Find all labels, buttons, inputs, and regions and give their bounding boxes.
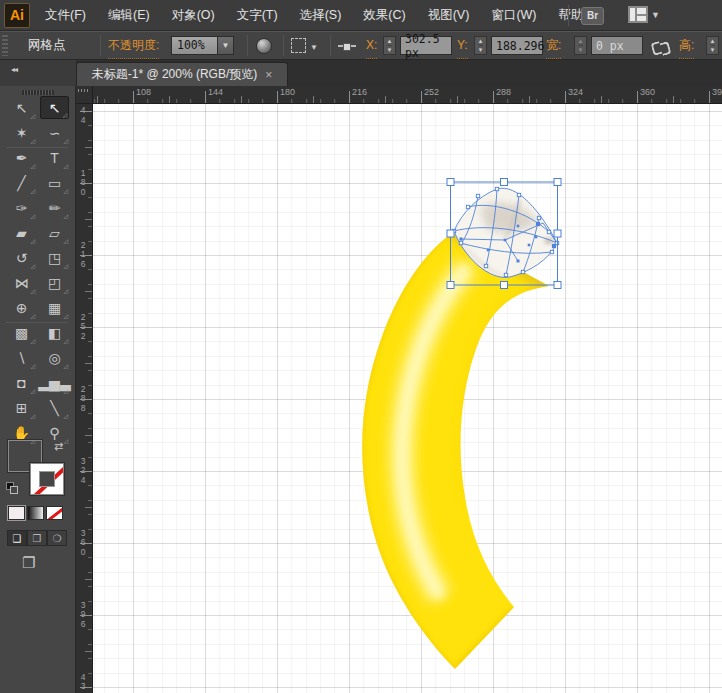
rotate-tool[interactable]: ↺◿ bbox=[7, 246, 36, 269]
tool-flyout-indicator: ◿ bbox=[63, 337, 68, 344]
magic-wand-tool[interactable]: ✶◿ bbox=[7, 121, 36, 144]
ruler-label: 216 bbox=[352, 87, 367, 97]
blend-tool[interactable]: ◎◿ bbox=[40, 346, 69, 369]
draw-normal-mode[interactable]: ❑ bbox=[7, 530, 27, 546]
menu-item-4[interactable]: 选择(S) bbox=[289, 0, 353, 30]
close-icon[interactable]: × bbox=[265, 70, 272, 80]
symbol-sprayer-tool[interactable]: ◘◿ bbox=[7, 371, 36, 394]
panel-grip[interactable] bbox=[2, 35, 8, 56]
x-field[interactable]: 302.5 px bbox=[400, 36, 452, 55]
draw-inside-mode[interactable]: ❍ bbox=[47, 530, 67, 546]
isolate-selection-icon[interactable] bbox=[291, 38, 306, 53]
bridge-button[interactable]: Br bbox=[581, 7, 604, 25]
type-tool[interactable]: T◿ bbox=[40, 146, 69, 169]
ruler-label: 144 bbox=[208, 87, 223, 97]
menu-item-0[interactable]: 文件(F) bbox=[34, 0, 97, 30]
ruler-corner[interactable] bbox=[76, 86, 93, 104]
tool-flyout-indicator: ◿ bbox=[63, 387, 68, 394]
document-title: 未标题-1* @ 200% (RGB/预览) bbox=[92, 66, 258, 83]
blob-brush-tool[interactable]: ▰◿ bbox=[7, 221, 36, 244]
eyedropper-tool[interactable]: ∖◿ bbox=[7, 346, 36, 369]
eraser-tool[interactable]: ▱◿ bbox=[40, 221, 69, 244]
paintbrush-tool[interactable]: ✑◿ bbox=[7, 196, 36, 219]
x-label[interactable]: X: bbox=[366, 32, 377, 59]
horizontal-ruler[interactable]: 108144180216252288324360396 bbox=[93, 86, 722, 104]
separator bbox=[247, 35, 248, 56]
ruler-label: 108 bbox=[136, 87, 151, 97]
x-stepper[interactable]: ▲▼ bbox=[383, 36, 396, 55]
opacity-label[interactable]: 不透明度: bbox=[108, 32, 159, 59]
selection-tool[interactable]: ↖◿ bbox=[7, 96, 36, 119]
menu-item-2[interactable]: 对象(O) bbox=[161, 0, 226, 30]
menu-bar: Ai 文件(F)编辑(E)对象(O)文字(T)选择(S)效果(C)视图(V)窗口… bbox=[0, 0, 722, 31]
ruler-label: 396 bbox=[712, 87, 722, 97]
shape-builder-tool[interactable]: ⊕◿ bbox=[7, 296, 36, 319]
pencil-tool[interactable]: ✏◿ bbox=[40, 196, 69, 219]
free-transform-tool[interactable]: ◰◿ bbox=[40, 271, 69, 294]
canvas[interactable] bbox=[93, 104, 722, 693]
slice-tool[interactable]: ╲◿ bbox=[40, 396, 69, 419]
ruler-label: 360 bbox=[640, 87, 655, 97]
chevron-down-icon[interactable]: ▼ bbox=[217, 37, 233, 54]
width-tool[interactable]: ⋈◿ bbox=[7, 271, 36, 294]
draw-behind-mode[interactable]: ❒ bbox=[27, 530, 47, 546]
width-field[interactable]: 0 px bbox=[591, 36, 643, 55]
height-stepper[interactable]: ▲▼ bbox=[706, 36, 719, 55]
menu-item-5[interactable]: 效果(C) bbox=[352, 0, 416, 30]
gradient-button[interactable] bbox=[27, 506, 44, 520]
stroke-swatch[interactable] bbox=[30, 463, 64, 495]
vertical-ruler[interactable]: 1 4 41 8 02 1 62 5 22 8 83 2 43 6 03 9 6… bbox=[76, 104, 93, 693]
line-segment-tool[interactable]: ╱◿ bbox=[7, 171, 36, 194]
tool-flyout-indicator: ◿ bbox=[30, 137, 35, 144]
workspace-switcher[interactable]: ▼ bbox=[628, 6, 660, 23]
document-tab[interactable]: 未标题-1* @ 200% (RGB/预览) × bbox=[76, 62, 288, 86]
app-logo: Ai bbox=[4, 3, 30, 28]
perspective-grid-tool[interactable]: ▦◿ bbox=[40, 296, 69, 319]
ruler-label: 252 bbox=[424, 87, 439, 97]
width-label[interactable]: 宽: bbox=[546, 32, 561, 59]
column-graph-tool[interactable]: ▂▅▃◿ bbox=[40, 371, 69, 394]
reference-point-icon[interactable] bbox=[338, 45, 356, 47]
scale-tool[interactable]: ◳◿ bbox=[40, 246, 69, 269]
y-stepper[interactable]: ▲▼ bbox=[474, 36, 487, 55]
tool-flyout-indicator: ◿ bbox=[63, 287, 68, 294]
menu-item-1[interactable]: 编辑(E) bbox=[97, 0, 161, 30]
ruler-label: 324 bbox=[568, 87, 583, 97]
artwork-layer[interactable] bbox=[93, 104, 722, 693]
paint-style-row bbox=[8, 506, 63, 520]
menu-item-3[interactable]: 文字(T) bbox=[226, 0, 289, 30]
y-label[interactable]: Y: bbox=[457, 32, 468, 59]
artboard-tool[interactable]: ⊞◿ bbox=[7, 396, 36, 419]
tool-flyout-indicator: ◿ bbox=[63, 412, 68, 419]
collapse-panel-icon[interactable]: ◂◂ bbox=[11, 65, 17, 74]
menu-item-6[interactable]: 视图(V) bbox=[417, 0, 481, 30]
menu-item-7[interactable]: 窗口(W) bbox=[480, 0, 547, 30]
opacity-combobox[interactable]: 100% ▼ bbox=[171, 36, 234, 55]
direct-selection-tool[interactable]: ↖◿ bbox=[40, 96, 69, 119]
recolor-artwork-icon[interactable] bbox=[256, 38, 272, 54]
tool-flyout-indicator: ◿ bbox=[30, 337, 35, 344]
height-label[interactable]: 高: bbox=[679, 32, 694, 59]
banana-shape[interactable] bbox=[362, 233, 549, 669]
chevron-down-icon[interactable]: ▼ bbox=[310, 43, 318, 52]
lasso-tool[interactable]: ∽◿ bbox=[40, 121, 69, 144]
tools-panel: ↖◿↖◿✶◿∽◿✒◿T◿╱◿▭◿✑◿✏◿▰◿▱◿↺◿◳◿⋈◿◰◿⊕◿▦◿▩◿◧◿… bbox=[0, 86, 76, 693]
none-button[interactable] bbox=[46, 506, 63, 520]
rectangle-tool[interactable]: ▭◿ bbox=[40, 171, 69, 194]
width-stepper[interactable]: ▲▼ bbox=[574, 36, 587, 55]
default-fill-stroke-icon[interactable] bbox=[6, 482, 19, 495]
pen-tool[interactable]: ✒◿ bbox=[7, 146, 36, 169]
tool-flyout-indicator: ◿ bbox=[63, 187, 68, 194]
panel-grip[interactable] bbox=[22, 90, 54, 95]
workspace-icon bbox=[628, 6, 648, 23]
screen-mode-button[interactable]: ❐ bbox=[22, 554, 35, 572]
swap-fill-stroke-icon[interactable]: ⇄ bbox=[54, 440, 63, 453]
tool-flyout-indicator: ◿ bbox=[63, 212, 68, 219]
gradient-tool[interactable]: ◧◿ bbox=[40, 321, 69, 344]
mesh-tool[interactable]: ▩◿ bbox=[7, 321, 36, 344]
y-field[interactable]: 188.296 bbox=[491, 36, 543, 55]
broken-link-icon[interactable] bbox=[652, 40, 672, 53]
color-button[interactable] bbox=[8, 506, 25, 520]
tool-flyout-indicator: ◿ bbox=[63, 262, 68, 269]
ruler-label: 288 bbox=[496, 87, 511, 97]
